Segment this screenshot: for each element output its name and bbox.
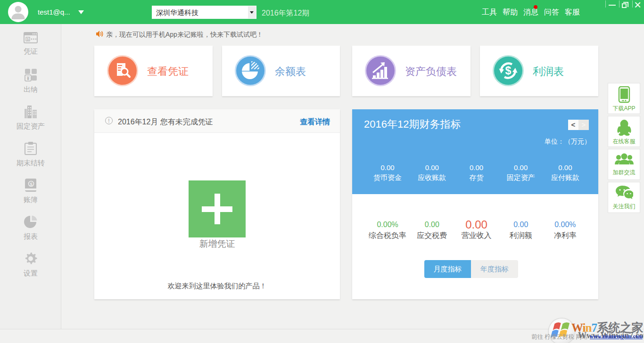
- svg-text:¥: ¥: [26, 76, 29, 81]
- svg-text:$: $: [505, 65, 512, 77]
- svg-text:$: $: [30, 182, 32, 187]
- svg-text:$: $: [27, 37, 29, 41]
